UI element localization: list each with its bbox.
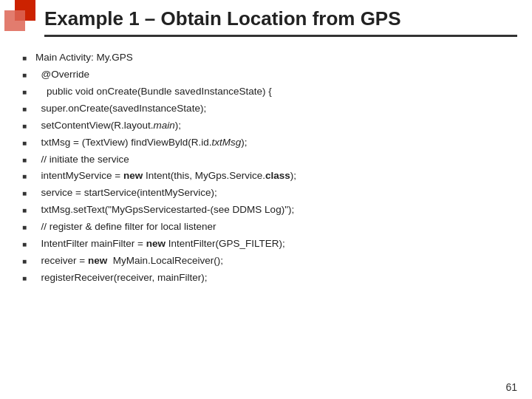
code-line: ■ service = startService(intentMyService… — [22, 185, 517, 201]
slide-container: Example 1 – Obtain Location from GPS ■Ma… — [0, 0, 532, 399]
code-line: ■ super.onCreate(savedInstanceState); — [22, 101, 517, 117]
code-text: // register & define filter for local li… — [35, 219, 216, 235]
code-text: receiver = new MyMain.LocalReceiver(); — [35, 253, 223, 269]
bullet-point: ■ — [22, 84, 35, 98]
bullet-point: ■ — [22, 135, 35, 149]
content-area: ■Main Activity: My.GPS■ @Override■ publi… — [22, 50, 517, 377]
bullet-point: ■ — [22, 185, 35, 200]
code-list: ■Main Activity: My.GPS■ @Override■ publi… — [22, 50, 517, 286]
code-text: @Override — [35, 67, 89, 83]
pink-square — [4, 10, 25, 31]
bullet-point: ■ — [22, 202, 35, 216]
code-text: txtMsg = (TextView) findViewByld(R.id.tx… — [35, 135, 247, 151]
code-line: ■ intentMyService = new Intent(this, MyG… — [22, 168, 517, 184]
code-line: ■ receiver = new MyMain.LocalReceiver(); — [22, 253, 517, 269]
code-text: // initiate the service — [35, 152, 129, 168]
bullet-point: ■ — [22, 219, 35, 233]
bullet-point: ■ — [22, 168, 35, 183]
code-text: Main Activity: My.GPS — [35, 50, 133, 66]
code-line: ■ IntentFilter mainFilter = new IntentFi… — [22, 236, 517, 252]
code-line: ■ txtMsg.setText("MyGpsServicestarted-(s… — [22, 202, 517, 218]
bullet-point: ■ — [22, 118, 35, 132]
bullet-point: ■ — [22, 270, 35, 284]
code-text: registerReceiver(receiver, mainFilter); — [35, 270, 208, 286]
code-text: IntentFilter mainFilter = new IntentFilt… — [35, 236, 285, 252]
slide-title: Example 1 – Obtain Location from GPS — [44, 7, 401, 30]
code-line: ■ // initiate the service — [22, 152, 517, 168]
code-line: ■ public void onCreate(Bundle savedInsta… — [22, 84, 517, 100]
bullet-point: ■ — [22, 236, 35, 250]
bullet-point: ■ — [22, 253, 35, 267]
code-text: super.onCreate(savedInstanceState); — [35, 101, 206, 117]
page-number: 61 — [505, 381, 517, 393]
code-line: ■ registerReceiver(receiver, mainFilter)… — [22, 270, 517, 286]
code-line: ■ // register & define filter for local … — [22, 219, 517, 235]
code-line: ■ txtMsg = (TextView) findViewByld(R.id.… — [22, 135, 517, 151]
decorative-squares — [0, 0, 44, 44]
bullet-point: ■ — [22, 152, 35, 166]
code-line: ■ @Override — [22, 67, 517, 83]
bullet-point: ■ — [22, 50, 35, 64]
bullet-point: ■ — [22, 101, 35, 115]
code-line: ■Main Activity: My.GPS — [22, 50, 517, 66]
code-text: service = startService(intentMyService); — [35, 185, 217, 201]
code-text: setContentView(R.layout.main); — [35, 118, 181, 134]
slide-title-bar: Example 1 – Obtain Location from GPS — [44, 7, 517, 37]
code-text: txtMsg.setText("MyGpsServicestarted-(see… — [35, 202, 294, 218]
code-text: intentMyService = new Intent(this, MyGps… — [35, 168, 296, 184]
code-text: public void onCreate(Bundle savedInstanc… — [35, 84, 272, 100]
bullet-point: ■ — [22, 67, 35, 81]
code-line: ■ setContentView(R.layout.main); — [22, 118, 517, 134]
